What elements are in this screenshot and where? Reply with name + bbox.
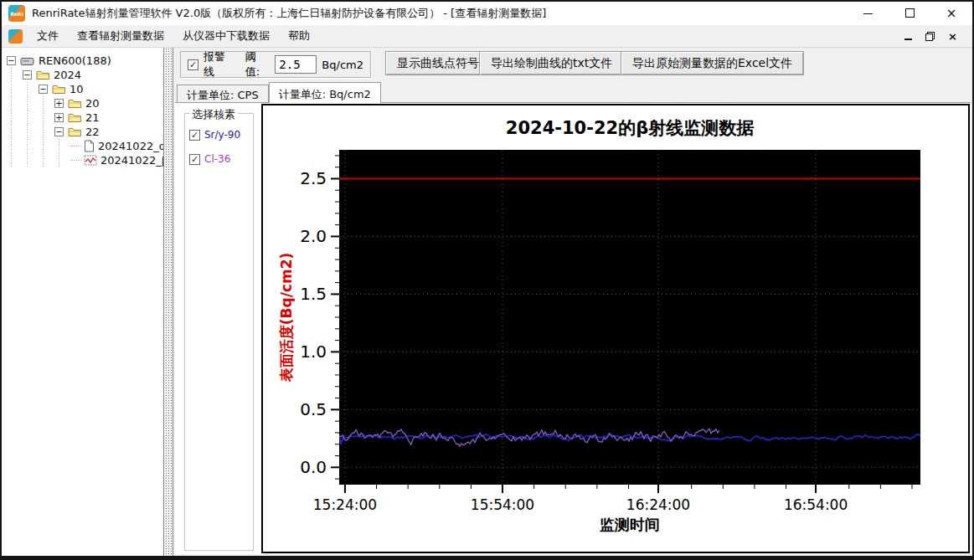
tree-item-label: REN600(188) [39, 54, 111, 67]
folder-icon [68, 98, 82, 109]
svg-text:16:24:00: 16:24:00 [626, 496, 690, 513]
collapse-icon[interactable]: − [7, 56, 16, 65]
maximize-icon [905, 8, 915, 18]
x-axis-label: 监测时间 [339, 515, 920, 535]
app-logo-icon: RnRi [8, 5, 25, 22]
chart-title: 2024-10-22的β射线监测数据 [339, 116, 920, 140]
nuclide-row-cl-36[interactable]: Cl-36 [189, 153, 253, 165]
alarm-line-group: 报警线 阈值: Bq/cm2 [180, 51, 371, 78]
tab-unit-cps[interactable]: 计量单位: CPS [177, 85, 269, 102]
tree-indent-guide [7, 96, 23, 110]
tree-indent-guide [7, 125, 23, 139]
tab-unit-bqcm2[interactable]: 计量单位: Bq/cm2 [269, 82, 381, 103]
nuclide-label-cl-36: Cl-36 [204, 153, 230, 165]
child-minimize-button[interactable] [904, 39, 912, 40]
menu-help[interactable]: 帮助 [279, 25, 319, 47]
tree-item-REN600(188)[interactable]: −REN600(188) [7, 54, 162, 68]
svg-text:0.0: 0.0 [300, 457, 327, 477]
collapse-icon[interactable]: − [39, 85, 48, 94]
svg-text:2.5: 2.5 [300, 168, 327, 188]
tree-indent-guide [39, 139, 54, 153]
folder-icon [52, 84, 66, 95]
svg-text:16:54:00: 16:54:00 [784, 496, 848, 513]
folder-icon [68, 126, 82, 137]
tree-indent-guide [54, 139, 70, 153]
chart-panel: 0.00.51.01.52.02.515:24:0015:54:0016:24:… [261, 104, 970, 553]
tree-indent-guide [39, 125, 54, 139]
export-excel-button[interactable]: 导出原始测量数据的Excel文件 [621, 51, 804, 75]
nuclide-checkbox-sr-y-90[interactable] [189, 130, 200, 141]
show-curve-points-button[interactable]: 显示曲线点符号 [385, 51, 491, 75]
threshold-input[interactable] [275, 55, 317, 74]
title-bar: RnRi RenriRate辐射剂量管理软件 V2.0版（版权所有：上海仁日辐射… [2, 2, 972, 25]
menu-bar: 文件 查看辐射测量数据 从仪器中下载数据 帮助 × [2, 25, 972, 48]
tree-item-22[interactable]: −22 [7, 125, 162, 139]
tree-item-label: 20241022_α [98, 140, 164, 152]
tree-indent-guide [23, 96, 39, 110]
expand-icon[interactable]: + [54, 99, 64, 108]
tree-indent-guide [54, 153, 70, 167]
app-window: RnRi RenriRate辐射剂量管理软件 V2.0版（版权所有：上海仁日辐射… [0, 0, 974, 560]
threshold-unit-label: Bq/cm2 [322, 59, 363, 71]
tree-indent-guide [23, 110, 39, 125]
alarm-line-label: 报警线 [204, 49, 235, 80]
minimize-icon [863, 13, 873, 14]
svg-text:15:54:00: 15:54:00 [471, 496, 534, 513]
nuclide-row-sr-y-90[interactable]: Sr/y-90 [189, 129, 253, 141]
plot-area: 0.00.51.01.52.02.515:24:0015:54:0016:24:… [263, 105, 968, 552]
minimize-button[interactable] [858, 5, 877, 22]
svg-text:15:24:00: 15:24:00 [313, 496, 377, 513]
tree-item-20[interactable]: +20 [7, 96, 162, 110]
menu-file[interactable]: 文件 [28, 25, 68, 47]
document-app-icon [8, 29, 23, 44]
panel-splitter[interactable] [165, 48, 173, 556]
tree-item-21[interactable]: +21 [7, 110, 162, 125]
tree-indent-guide [39, 110, 54, 125]
tree-indent-guide [7, 139, 23, 153]
tree-item-label: 10 [70, 83, 84, 95]
document-icon [84, 140, 95, 152]
right-panel: 报警线 阈值: Bq/cm2 显示曲线点符号 导出绘制曲线的txt文件 导出原始… [173, 48, 972, 556]
tree-indent-guide [23, 125, 39, 139]
nuclide-group-title: 选择核素 [189, 107, 238, 122]
folder-icon [68, 112, 82, 123]
tree-item-20241022_β[interactable]: 20241022_β [7, 153, 162, 167]
close-button[interactable]: × [942, 5, 961, 22]
svg-text:1.5: 1.5 [300, 284, 327, 304]
tree-item-label: 22 [85, 126, 100, 138]
tree-indent-guide [23, 82, 39, 96]
chart-icon [84, 155, 97, 166]
collapse-icon[interactable]: − [54, 127, 64, 136]
tree-item-2024[interactable]: −2024 [7, 68, 162, 82]
tab-page: 选择核素 Sr/y-90 Cl-36 0.00.51.01.52.02.515:… [175, 102, 971, 554]
workspace: −REN600(188)−2024−10+20+21−2220241022_α2… [2, 48, 972, 556]
tree-item-label: 20 [85, 97, 100, 110]
tree-connector [70, 160, 82, 161]
tree-indent-guide [7, 82, 23, 96]
tree-item-label: 21 [85, 111, 100, 124]
nuclide-checkbox-cl-36[interactable] [189, 154, 200, 165]
tree-item-10[interactable]: −10 [7, 82, 162, 96]
expand-icon[interactable]: + [54, 113, 64, 122]
tree-indent-guide [7, 153, 23, 167]
child-close-button[interactable]: × [948, 32, 957, 41]
collapse-icon[interactable]: − [23, 70, 32, 80]
nuclide-label-sr-y-90: Sr/y-90 [204, 129, 240, 141]
device-icon [20, 55, 35, 67]
svg-text:1.0: 1.0 [300, 342, 327, 362]
menu-view-measurement-data[interactable]: 查看辐射测量数据 [68, 25, 173, 47]
tree-connector [70, 146, 82, 146]
unit-tab-strip: 计量单位: CPS 计量单位: Bq/cm2 [177, 81, 971, 102]
tree-indent-guide [23, 139, 39, 153]
child-restore-button[interactable] [925, 32, 935, 41]
svg-text:0.5: 0.5 [300, 399, 327, 419]
maximize-button[interactable] [900, 5, 919, 22]
export-txt-button[interactable]: 导出绘制曲线的txt文件 [479, 51, 624, 75]
tree-item-20241022_α[interactable]: 20241022_α [7, 139, 162, 153]
tree-indent-guide [39, 96, 54, 110]
svg-text:2.0: 2.0 [300, 226, 327, 246]
tree-indent-guide [7, 68, 23, 82]
menu-download-from-instrument[interactable]: 从仪器中下载数据 [173, 25, 279, 47]
alarm-line-checkbox[interactable] [188, 59, 198, 70]
tree-indent-guide [7, 110, 23, 125]
